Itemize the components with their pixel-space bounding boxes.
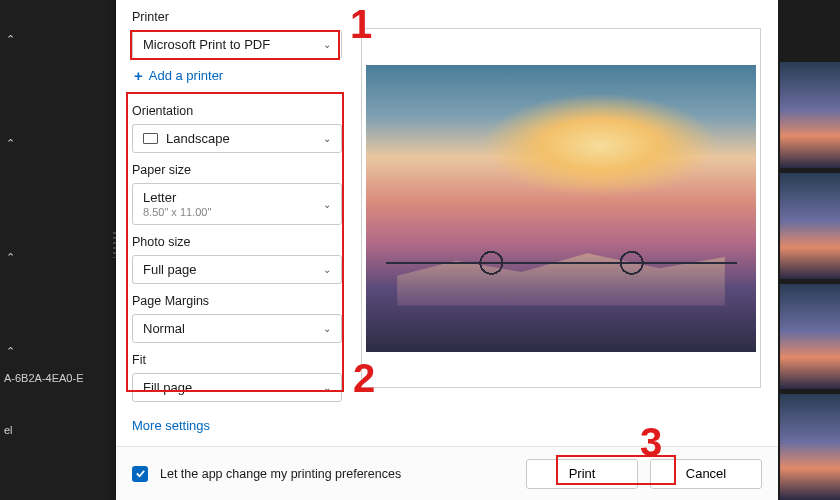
background-thumbnails (780, 62, 840, 500)
page-margins-value: Normal (143, 321, 185, 336)
preview-page (361, 28, 761, 388)
thumbnail[interactable] (780, 62, 840, 168)
fit-select[interactable]: Fill page ⌄ (132, 373, 342, 402)
chevron-up-icon: ⌃ (0, 33, 21, 46)
background-item-text: el (0, 424, 116, 436)
photo-size-label: Photo size (132, 235, 342, 249)
page-margins-label: Page Margins (132, 294, 342, 308)
chevron-down-icon: ⌄ (323, 133, 331, 144)
background-sidebar: ⌃ ⌃ ⌃ ⌃ A-6B2A-4EA0-E el (0, 0, 116, 500)
chevron-down-icon: ⌄ (323, 264, 331, 275)
chevron-down-icon: ⌄ (323, 323, 331, 334)
add-printer-link[interactable]: + Add a printer (134, 67, 340, 84)
paper-size-value: Letter (143, 190, 176, 205)
background-guid-text: A-6B2A-4EA0-E (0, 372, 116, 384)
printer-label: Printer (132, 10, 342, 24)
photo-size-value: Full page (143, 262, 196, 277)
check-icon (135, 468, 146, 479)
orientation-value: Landscape (166, 131, 230, 146)
thumbnail[interactable] (780, 284, 840, 390)
landscape-icon (143, 133, 158, 144)
print-dialog: Printer Microsoft Print to PDF ⌄ + Add a… (116, 0, 778, 500)
orientation-label: Orientation (132, 104, 342, 118)
chevron-up-icon: ⌃ (0, 137, 21, 150)
orientation-select[interactable]: Landscape ⌄ (132, 124, 342, 153)
chevron-down-icon: ⌄ (323, 39, 331, 50)
fit-label: Fit (132, 353, 342, 367)
print-preview-area (360, 10, 762, 446)
page-margins-select[interactable]: Normal ⌄ (132, 314, 342, 343)
thumbnail[interactable] (780, 394, 840, 500)
print-button[interactable]: Print (526, 459, 638, 489)
paper-size-label: Paper size (132, 163, 342, 177)
dialog-footer: Let the app change my printing preferenc… (116, 446, 778, 500)
fit-value: Fill page (143, 380, 192, 395)
chevron-up-icon: ⌃ (0, 251, 21, 264)
plus-icon: + (134, 67, 143, 84)
cancel-button[interactable]: Cancel (650, 459, 762, 489)
chevron-down-icon: ⌄ (323, 199, 331, 210)
add-printer-label: Add a printer (149, 68, 223, 83)
thumbnail[interactable] (780, 173, 840, 279)
paper-size-select[interactable]: Letter 8.50" x 11.00" ⌄ (132, 183, 342, 225)
photo-size-select[interactable]: Full page ⌄ (132, 255, 342, 284)
paper-size-sub: 8.50" x 11.00" (143, 206, 211, 218)
chevron-down-icon: ⌄ (323, 382, 331, 393)
preferences-checkbox-label: Let the app change my printing preferenc… (160, 467, 514, 481)
preferences-checkbox[interactable] (132, 466, 148, 482)
preview-image (366, 65, 756, 352)
print-settings-panel: Printer Microsoft Print to PDF ⌄ + Add a… (132, 10, 342, 446)
printer-select-value: Microsoft Print to PDF (143, 37, 270, 52)
printer-select[interactable]: Microsoft Print to PDF ⌄ (132, 30, 342, 59)
more-settings-link[interactable]: More settings (132, 418, 342, 433)
chevron-up-icon: ⌃ (0, 345, 21, 358)
